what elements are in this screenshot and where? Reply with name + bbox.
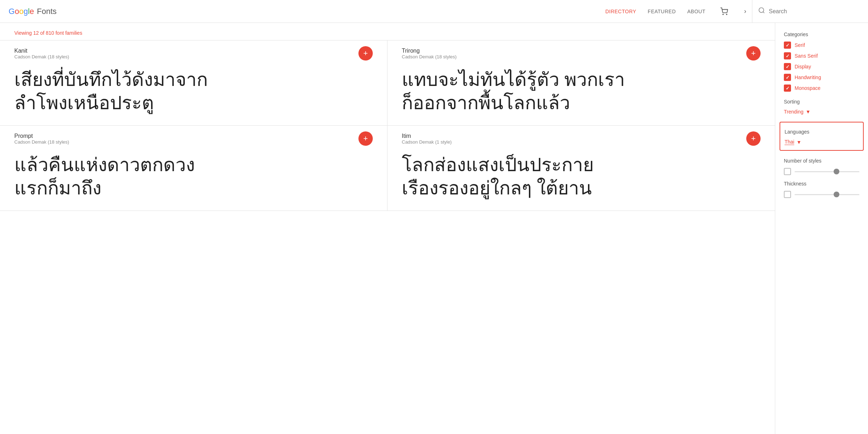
thickness-title: Thickness	[784, 181, 859, 187]
font-name-prompt: Prompt	[14, 133, 69, 139]
languages-dropdown-arrow-icon: ▼	[796, 139, 801, 145]
languages-dropdown[interactable]: Thai ▼	[785, 139, 859, 145]
category-display[interactable]: ✓ Display	[784, 63, 859, 70]
font-meta-prompt: Cadson Demak (18 styles)	[14, 139, 69, 145]
thickness-checkbox[interactable]	[784, 191, 791, 198]
nav-directory[interactable]: DIRECTORY	[605, 9, 636, 14]
category-handwriting[interactable]: ✓ Handwriting	[784, 74, 859, 81]
search-input[interactable]	[769, 8, 848, 15]
nav-featured[interactable]: FEATURED	[648, 9, 676, 14]
content-area: Viewing 12 of 810 font families Kanit Ca…	[0, 23, 775, 434]
font-preview-kanit: เสียงที่บันทึกไว้ดังมาจากลำโพงเหนือประตู	[14, 68, 373, 115]
font-preview-trirong: แทบจะไม่ทันได้รู้ตัว พวกเราก็ออกจากพื้นโ…	[402, 68, 761, 115]
category-monospace[interactable]: ✓ Monospace	[784, 85, 859, 92]
font-preview-itim: โลกส่องแสงเป็นประกายเรืองรองอยู่ใกลๆ ใต้…	[402, 153, 761, 200]
languages-title: Languages	[785, 129, 859, 135]
font-name-kanit: Kanit	[14, 48, 69, 54]
thickness-section: Thickness	[784, 181, 859, 198]
viewing-text: Viewing 12 of 810 font families	[0, 23, 775, 40]
sorting-dropdown-arrow-icon: ▼	[806, 109, 811, 115]
checkbox-display[interactable]: ✓	[784, 63, 791, 70]
cart-icon[interactable]	[717, 4, 731, 19]
number-of-styles-slider[interactable]	[795, 171, 859, 172]
number-of-styles-section: Number of styles	[784, 158, 859, 175]
logo-fonts: Fonts	[37, 7, 57, 16]
sidebar: Categories ✓ Serif ✓ Sans Serif ✓ Displa…	[775, 23, 868, 434]
svg-point-0	[723, 14, 723, 15]
add-button-prompt[interactable]: +	[358, 131, 373, 146]
checkbox-handwriting[interactable]: ✓	[784, 74, 791, 81]
font-card-header: Itim Cadson Demak (1 style) +	[402, 133, 761, 152]
font-card-header: Prompt Cadson Demak (18 styles) +	[14, 133, 373, 152]
checkbox-serif[interactable]: ✓	[784, 42, 791, 49]
main-layout: Viewing 12 of 810 font families Kanit Ca…	[0, 23, 868, 434]
category-serif[interactable]: ✓ Serif	[784, 42, 859, 49]
font-meta-kanit: Cadson Demak (18 styles)	[14, 54, 69, 59]
svg-point-2	[759, 8, 764, 13]
thickness-slider[interactable]	[795, 194, 859, 195]
header: Google Fonts DIRECTORY FEATURED ABOUT ›	[0, 0, 868, 23]
category-label-handwriting: Handwriting	[795, 74, 821, 80]
category-sans-serif[interactable]: ✓ Sans Serif	[784, 52, 859, 59]
font-card-header: Kanit Cadson Demak (18 styles) +	[14, 48, 373, 67]
category-label-display: Display	[795, 64, 811, 69]
font-meta-itim: Cadson Demak (1 style)	[402, 139, 452, 145]
categories-section: Categories ✓ Serif ✓ Sans Serif ✓ Displa…	[784, 32, 859, 92]
languages-value: Thai	[785, 139, 794, 145]
checkbox-monospace[interactable]: ✓	[784, 85, 791, 92]
category-label-serif: Serif	[795, 42, 805, 48]
thickness-thumb	[834, 192, 839, 197]
checkbox-sans-serif[interactable]: ✓	[784, 52, 791, 59]
font-meta-trirong: Cadson Demak (18 styles)	[402, 54, 457, 59]
search-area	[752, 0, 859, 23]
logo: Google Fonts	[9, 7, 57, 16]
categories-title: Categories	[784, 32, 859, 37]
nav-chevron-icon[interactable]: ›	[744, 8, 746, 15]
nav-about[interactable]: ABOUT	[687, 9, 705, 14]
sorting-dropdown[interactable]: Trending ▼	[784, 109, 859, 115]
languages-section: Languages Thai ▼	[780, 122, 864, 151]
add-button-kanit[interactable]: +	[358, 46, 373, 61]
svg-line-3	[763, 12, 765, 13]
add-button-trirong[interactable]: +	[746, 46, 761, 61]
sorting-section: Sorting Trending ▼	[784, 99, 859, 115]
font-name-trirong: Trirong	[402, 48, 457, 54]
thickness-slider-row	[784, 191, 859, 198]
main-nav: DIRECTORY FEATURED ABOUT ›	[605, 4, 746, 19]
search-icon	[758, 7, 765, 16]
number-of-styles-checkbox[interactable]	[784, 168, 791, 175]
category-label-sans-serif: Sans Serif	[795, 53, 818, 59]
font-card-itim: Itim Cadson Demak (1 style) + โลกส่องแสง…	[387, 126, 775, 211]
font-name-itim: Itim	[402, 133, 452, 139]
font-card-prompt: Prompt Cadson Demak (18 styles) + แล้วคื…	[0, 126, 387, 211]
font-card-kanit: Kanit Cadson Demak (18 styles) + เสียงที…	[0, 40, 387, 126]
font-grid: Kanit Cadson Demak (18 styles) + เสียงที…	[0, 40, 775, 211]
font-card-trirong: Trirong Cadson Demak (18 styles) + แทบจะ…	[387, 40, 775, 126]
font-preview-prompt: แล้วคืนแห่งดาวตกดวงแรกก็มาถึง	[14, 153, 373, 200]
svg-point-1	[726, 14, 727, 15]
sorting-value: Trending	[784, 109, 804, 115]
sorting-title: Sorting	[784, 99, 859, 105]
font-card-header: Trirong Cadson Demak (18 styles) +	[402, 48, 761, 67]
logo-google: Google	[9, 7, 34, 16]
category-label-monospace: Monospace	[795, 85, 820, 91]
number-of-styles-slider-row	[784, 168, 859, 175]
number-of-styles-title: Number of styles	[784, 158, 859, 164]
add-button-itim[interactable]: +	[746, 131, 761, 146]
number-of-styles-thumb	[834, 169, 839, 174]
